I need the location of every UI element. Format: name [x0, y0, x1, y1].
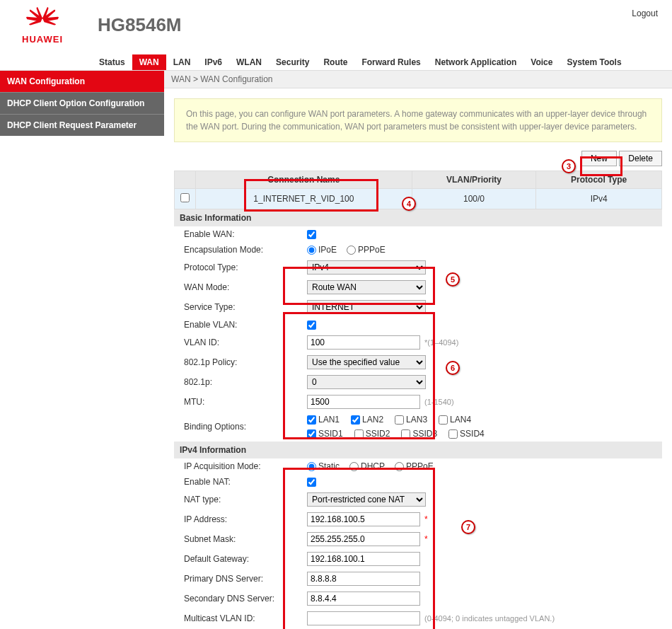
ip-addr-input[interactable]: [307, 512, 420, 526]
nav-security[interactable]: Security: [269, 54, 316, 70]
page-hint: On this page, you can configure WAN port…: [174, 98, 662, 142]
th-checkbox: [175, 171, 196, 189]
section-basic: Basic Information: [174, 209, 662, 226]
delete-button[interactable]: Delete: [619, 151, 662, 166]
model-name: HG8546M: [98, 14, 182, 36]
logout-link[interactable]: Logout: [632, 8, 658, 18]
nav-route[interactable]: Route: [316, 54, 354, 70]
label-gateway: Default Gateway:: [180, 554, 307, 564]
wan-mode-select[interactable]: Route WAN: [307, 280, 426, 294]
bind-ssid3-checkbox[interactable]: [401, 429, 410, 439]
proto-type-select[interactable]: IPv4: [307, 260, 426, 275]
ipacq-pppoe-radio[interactable]: [395, 462, 404, 471]
label-enable-vlan: Enable VLAN:: [180, 320, 307, 330]
marker-5: 5: [446, 272, 460, 287]
nav-status[interactable]: Status: [92, 54, 132, 70]
section-ipv4: IPv4 Information: [174, 442, 662, 458]
enable-nat-checkbox[interactable]: [307, 478, 316, 487]
nav-wan[interactable]: WAN: [132, 54, 166, 70]
cell-proto: IPv4: [536, 189, 662, 209]
th-conn-name: Connection Name: [196, 171, 412, 189]
logo: HUAWEI: [0, 6, 85, 45]
sidebar: WAN ConfigurationDHCP Client Option Conf…: [0, 71, 164, 629]
nav-ipv6[interactable]: IPv6: [197, 54, 229, 70]
label-service: Service Type:: [180, 302, 307, 312]
table-row[interactable]: 1_INTERNET_R_VID_100 100/0 IPv4: [175, 189, 662, 209]
marker-6: 6: [446, 361, 460, 375]
bind-lan3-checkbox[interactable]: [395, 415, 404, 425]
row-checkbox[interactable]: [180, 193, 190, 202]
label-dns2: Secondary DNS Server:: [180, 594, 307, 604]
label-dot1p: 802.1p:: [180, 377, 307, 387]
th-proto: Protocol Type: [536, 171, 662, 189]
service-type-select[interactable]: INTERNET: [307, 300, 426, 314]
label-nat-type: NAT type:: [180, 495, 307, 504]
bind-ssid1-checkbox[interactable]: [307, 429, 316, 439]
cell-vlan: 100/0: [412, 189, 536, 209]
bind-ssid2-checkbox[interactable]: [354, 429, 364, 439]
enable-vlan-checkbox[interactable]: [307, 321, 316, 330]
label-ip-acq: IP Acquisition Mode:: [180, 461, 307, 471]
ipacq-static-radio[interactable]: [307, 462, 316, 471]
th-vlan: VLAN/Priority: [412, 171, 536, 189]
nav-lan[interactable]: LAN: [166, 54, 198, 70]
connection-table: Connection Name VLAN/Priority Protocol T…: [174, 171, 662, 209]
marker-4: 4: [402, 197, 416, 211]
main-nav: StatusWANLANIPv6WLANSecurityRouteForward…: [92, 54, 672, 70]
breadcrumb: WAN > WAN Configuration: [164, 71, 672, 88]
main-content: WAN > WAN Configuration On this page, yo…: [164, 71, 672, 629]
label-encap: Encapsulation Mode:: [180, 245, 307, 255]
bind-ssid4-checkbox[interactable]: [448, 429, 458, 439]
sidebar-item-dhcp-client-option-configuration[interactable]: DHCP Client Option Configuration: [0, 92, 164, 114]
dot1p-select[interactable]: 0: [307, 375, 426, 389]
nav-voice[interactable]: Voice: [523, 54, 560, 70]
bind-lan4-checkbox[interactable]: [439, 415, 448, 425]
nav-network-application[interactable]: Network Application: [428, 54, 524, 70]
new-button[interactable]: New: [581, 151, 617, 166]
label-mtu: MTU:: [180, 397, 307, 407]
marker-3: 3: [562, 159, 576, 173]
cell-conn-name: 1_INTERNET_R_VID_100: [196, 189, 412, 209]
mvlan-input[interactable]: [307, 611, 420, 625]
bind-lan1-checkbox[interactable]: [307, 415, 316, 425]
mtu-input[interactable]: [307, 395, 420, 409]
nav-system-tools[interactable]: System Tools: [560, 54, 628, 70]
enable-wan-checkbox[interactable]: [307, 230, 316, 239]
label-vlan-id: VLAN ID:: [180, 337, 307, 347]
label-dns1: Primary DNS Server:: [180, 574, 307, 584]
encap-pppoe-radio[interactable]: [347, 246, 356, 255]
dns1-input[interactable]: [307, 572, 420, 586]
bind-lan2-checkbox[interactable]: [351, 415, 360, 425]
dot1p-policy-select[interactable]: Use the specified value: [307, 355, 426, 369]
vlan-id-input[interactable]: [307, 335, 420, 350]
label-enable-wan: Enable WAN:: [180, 229, 307, 239]
label-dot1p-policy: 802.1p Policy:: [180, 357, 307, 367]
label-binding: Binding Options:: [180, 422, 307, 432]
huawei-logo-icon: [25, 6, 60, 30]
label-ip-addr: IP Address:: [180, 514, 307, 524]
gateway-input[interactable]: [307, 552, 420, 566]
dns2-input[interactable]: [307, 592, 420, 606]
ipacq-dhcp-radio[interactable]: [349, 462, 359, 471]
label-proto: Protocol Type:: [180, 262, 307, 272]
nat-type-select[interactable]: Port-restricted cone NAT: [307, 492, 426, 507]
subnet-input[interactable]: [307, 532, 420, 546]
label-enable-nat: Enable NAT:: [180, 477, 307, 487]
brand-text: HUAWEI: [0, 34, 85, 45]
label-subnet: Subnet Mask:: [180, 534, 307, 544]
nav-forward-rules[interactable]: Forward Rules: [354, 54, 427, 70]
label-wan-mode: WAN Mode:: [180, 282, 307, 292]
label-mvlan: Multicast VLAN ID:: [180, 613, 307, 623]
sidebar-item-dhcp-client-request-parameter[interactable]: DHCP Client Request Parameter: [0, 114, 164, 136]
nav-wlan[interactable]: WLAN: [229, 54, 269, 70]
encap-ipoe-radio[interactable]: [307, 246, 316, 255]
marker-7: 7: [461, 520, 475, 534]
sidebar-item-wan-configuration[interactable]: WAN Configuration: [0, 71, 164, 92]
header: HUAWEI HG8546M Logout: [0, 0, 672, 45]
